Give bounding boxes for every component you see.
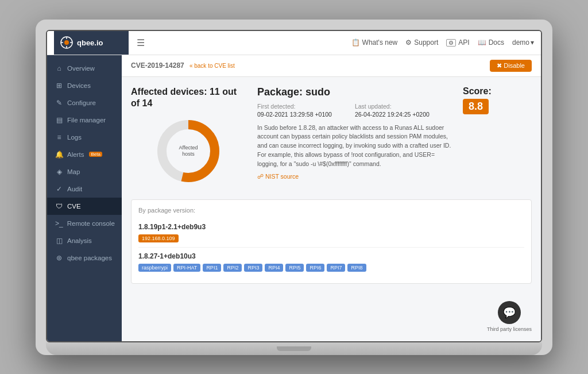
device-tags-1: 192.168.0.109 xyxy=(138,234,524,242)
sidebar-item-map[interactable]: ◈ Map xyxy=(47,163,122,180)
sidebar-item-cve[interactable]: 🛡 CVE xyxy=(47,198,122,215)
breadcrumb: CVE-2019-14287 « back to CVE list xyxy=(131,61,235,70)
version-section-title: By package version: xyxy=(138,207,524,214)
sidebar-label-configure: Configure xyxy=(67,99,96,106)
alerts-icon: 🔔 xyxy=(55,151,63,159)
version-row-2: 1.8.27-1+deb10u3 raspberrypi RPI-HAT RPI… xyxy=(138,248,524,276)
score-panel: Score: 8.8 xyxy=(463,86,532,191)
support-btn[interactable]: ⚙ Support xyxy=(405,38,438,47)
version-section: By package version: 1.8.19p1-2.1+deb9u3 … xyxy=(131,199,532,284)
sidebar-item-remote-console[interactable]: >_ Remote console xyxy=(47,215,122,232)
device-tag[interactable]: 192.168.0.109 xyxy=(138,234,179,242)
device-tag[interactable]: RPI7 xyxy=(327,264,345,272)
docs-label: Docs xyxy=(489,38,504,47)
sidebar-label-remote-console: Remote console xyxy=(67,220,115,227)
sidebar-label-audit: Audit xyxy=(67,186,82,192)
sidebar-item-file-manager[interactable]: ▤ File manager xyxy=(47,111,122,129)
support-icon: ⚙ xyxy=(405,38,412,47)
api-label: API xyxy=(458,38,469,47)
sidebar-label-logs: Logs xyxy=(67,134,82,141)
beta-badge: Beta xyxy=(89,152,102,157)
device-tag[interactable]: RPI-HAT xyxy=(173,264,200,272)
sidebar-item-qbee-packages[interactable]: ⊛ qbee packages xyxy=(47,249,122,267)
logs-icon: ≡ xyxy=(55,133,63,141)
device-tag[interactable]: RPI6 xyxy=(306,264,324,272)
donut-chart: Affected hosts xyxy=(131,117,246,186)
sidebar-item-devices[interactable]: ⊞ Devices xyxy=(47,77,122,94)
chat-button[interactable]: 💬 xyxy=(498,301,521,324)
first-detected: First detected: 09-02-2021 13:29:58 +010… xyxy=(257,103,332,118)
svg-text:hosts: hosts xyxy=(182,151,195,157)
package-title: Package: sudo xyxy=(257,86,451,98)
docs-icon: 📖 xyxy=(478,38,486,47)
affected-panel: Affected devices: 11 out of 14 xyxy=(131,86,246,191)
donut-svg: Affected hosts xyxy=(154,117,223,186)
home-icon: ⌂ xyxy=(55,64,63,72)
api-btn[interactable]: ⚙ API xyxy=(446,38,469,47)
first-detected-value: 09-02-2021 13:29:58 +0100 xyxy=(257,111,332,118)
device-tag[interactable]: RPI1 xyxy=(203,264,221,272)
analysis-icon: ◫ xyxy=(55,237,63,245)
package-description: In Sudo before 1.8.28, an attacker with … xyxy=(257,124,451,169)
sidebar-item-alerts[interactable]: 🔔 Alerts Beta xyxy=(47,146,122,163)
top-section: Affected devices: 11 out of 14 xyxy=(131,86,532,191)
file-icon: ▤ xyxy=(55,116,63,124)
audit-icon: ✓ xyxy=(55,185,63,193)
back-to-cve-list[interactable]: « back to CVE list xyxy=(189,63,235,69)
docs-btn[interactable]: 📖 Docs xyxy=(478,38,504,47)
version-number-2: 1.8.27-1+deb10u3 xyxy=(138,252,524,260)
whats-new-icon: 📋 xyxy=(351,38,360,47)
packages-icon: ⊛ xyxy=(55,254,63,262)
sidebar-item-logs[interactable]: ≡ Logs xyxy=(47,129,122,146)
device-tag[interactable]: RPI5 xyxy=(285,264,304,272)
api-icon: ⚙ xyxy=(446,39,456,47)
meta-row: First detected: 09-02-2021 13:29:58 +010… xyxy=(257,103,451,118)
whats-new-label: What's new xyxy=(362,38,398,47)
content-body: Affected devices: 11 out of 14 xyxy=(122,77,541,298)
device-tag[interactable]: RPI2 xyxy=(223,264,242,272)
chat-label: Third party licenses xyxy=(487,326,532,332)
sidebar-item-overview[interactable]: ⌂ Overview xyxy=(47,60,122,77)
last-updated: Last updated: 26-04-2022 19:24:25 +0200 xyxy=(355,103,430,118)
sidebar-label-cve: CVE xyxy=(67,203,81,210)
sidebar-label-map: Map xyxy=(67,168,80,175)
device-tag[interactable]: RPI4 xyxy=(265,264,283,272)
score-value: 8.8 xyxy=(463,99,489,114)
device-tag[interactable]: raspberrypi xyxy=(138,264,171,272)
sidebar-item-audit[interactable]: ✓ Audit xyxy=(47,180,122,198)
hamburger-menu[interactable]: ☰ xyxy=(134,35,147,51)
topbar-actions: 📋 What's new ⚙ Support ⚙ API 📖 Docs xyxy=(351,38,534,47)
version-row-1: 1.8.19p1-2.1+deb9u3 192.168.0.109 xyxy=(138,218,524,248)
demo-dropdown[interactable]: demo ▾ xyxy=(512,38,534,47)
last-updated-value: 26-04-2022 19:24:25 +0200 xyxy=(355,111,430,118)
breadcrumb-bar: CVE-2019-14287 « back to CVE list ✖ Disa… xyxy=(122,55,541,77)
logo-icon xyxy=(60,36,74,49)
sidebar-item-configure[interactable]: ✎ Configure xyxy=(47,94,122,111)
last-updated-label: Last updated: xyxy=(355,103,430,110)
device-tag[interactable]: RPI8 xyxy=(347,264,366,272)
chat-widget: 💬 Third party licenses xyxy=(487,301,532,332)
content-area: CVE-2019-14287 « back to CVE list ✖ Disa… xyxy=(122,55,541,341)
sidebar-label-file-manager: File manager xyxy=(67,117,106,124)
configure-icon: ✎ xyxy=(55,99,63,107)
disable-button[interactable]: ✖ Disable xyxy=(490,60,532,72)
sidebar-item-analysis[interactable]: ◫ Analysis xyxy=(47,232,122,249)
topbar: qbee.io ☰ 📋 What's new ⚙ Support ⚙ xyxy=(47,31,541,55)
version-number-1: 1.8.19p1-2.1+deb9u3 xyxy=(138,223,524,231)
cve-icon: 🛡 xyxy=(55,202,63,210)
cve-id: CVE-2019-14287 xyxy=(131,61,184,70)
svg-text:Affected: Affected xyxy=(179,145,198,151)
sidebar-label-overview: Overview xyxy=(67,65,95,72)
nist-source-link[interactable]: ☍ NIST source xyxy=(257,173,451,180)
svg-point-1 xyxy=(64,40,69,45)
affected-title: Affected devices: 11 out of 14 xyxy=(131,86,246,110)
sidebar-label-devices: Devices xyxy=(67,82,91,89)
device-tag[interactable]: RPI3 xyxy=(244,264,262,272)
devices-icon: ⊞ xyxy=(55,82,63,90)
support-label: Support xyxy=(414,38,438,47)
logo-text: qbee.io xyxy=(77,38,103,47)
package-panel: Package: sudo First detected: 09-02-2021… xyxy=(257,86,451,191)
console-icon: >_ xyxy=(55,219,63,228)
whats-new-btn[interactable]: 📋 What's new xyxy=(351,38,398,47)
logo: qbee.io xyxy=(54,30,129,55)
